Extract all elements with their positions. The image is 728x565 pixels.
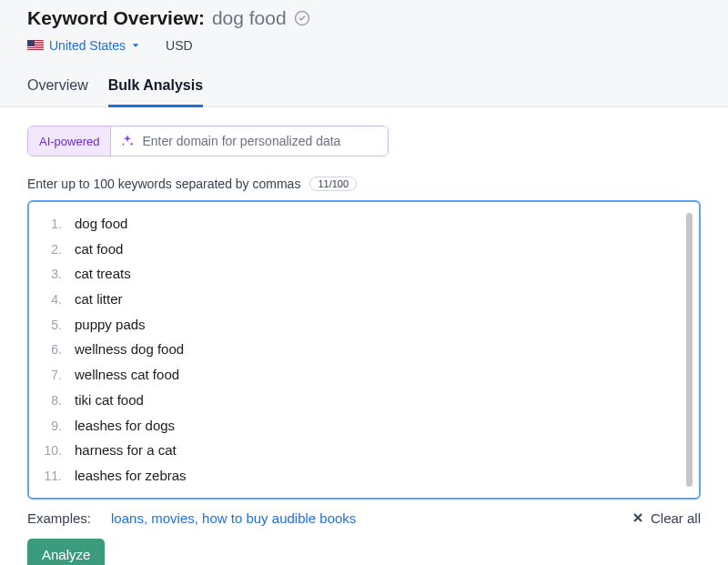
keyword-text: leashes for dogs xyxy=(75,415,175,436)
page-title-label: Keyword Overview: xyxy=(27,7,205,29)
keyword-number: 1. xyxy=(42,215,62,235)
keyword-textarea[interactable]: 1.dog food2.cat food3.cat treats4.cat li… xyxy=(27,200,701,499)
instruction-text: Enter up to 100 keywords separated by co… xyxy=(27,177,300,191)
domain-input[interactable] xyxy=(142,126,379,156)
ai-powered-badge: AI-powered xyxy=(28,126,110,156)
region-selector[interactable]: United States xyxy=(27,38,140,53)
keyword-text: wellness cat food xyxy=(75,364,179,385)
analyze-button[interactable]: Analyze xyxy=(27,539,105,565)
keyword-text: cat litter xyxy=(75,288,123,309)
sparkle-icon xyxy=(120,134,135,148)
examples-label: Examples: xyxy=(27,510,91,526)
keyword-row[interactable]: 11.leashes for zebras xyxy=(42,463,684,489)
keyword-row[interactable]: 2.cat food xyxy=(42,237,684,262)
keyword-row[interactable]: 7.wellness cat food xyxy=(42,362,684,388)
keyword-text: tiki cat food xyxy=(75,389,144,410)
keyword-text: dog food xyxy=(75,213,127,234)
ai-domain-row: AI-powered xyxy=(27,126,389,156)
keyword-row[interactable]: 4.cat litter xyxy=(42,287,684,312)
keyword-text: cat treats xyxy=(75,263,131,284)
tab-bulk-analysis[interactable]: Bulk Analysis xyxy=(108,70,203,107)
keyword-counter: 11/100 xyxy=(309,177,357,191)
keyword-number: 7. xyxy=(42,366,62,386)
keyword-number: 11. xyxy=(42,467,62,487)
keyword-row[interactable]: 6.wellness dog food xyxy=(42,337,684,362)
keyword-text: puppy pads xyxy=(75,314,146,335)
scrollbar-thumb[interactable] xyxy=(686,213,693,487)
keyword-text: cat food xyxy=(75,238,123,259)
keyword-number: 3. xyxy=(42,265,62,285)
tab-overview[interactable]: Overview xyxy=(27,70,88,107)
keyword-row[interactable]: 9.leashes for dogs xyxy=(42,413,684,439)
keyword-number: 6. xyxy=(42,340,62,360)
chevron-down-icon xyxy=(131,41,140,50)
examples-link[interactable]: loans, movies, how to buy audible books xyxy=(111,510,356,526)
flag-us-icon xyxy=(27,40,44,51)
close-icon xyxy=(632,512,643,523)
keyword-number: 5. xyxy=(42,316,62,336)
clear-all-label: Clear all xyxy=(651,510,701,526)
scrollbar[interactable] xyxy=(684,211,693,489)
keyword-text: wellness dog food xyxy=(75,338,184,359)
keyword-number: 10. xyxy=(42,441,62,461)
keyword-number: 9. xyxy=(42,417,62,437)
currency-label: USD xyxy=(166,38,193,53)
keyword-row[interactable]: 10.harness for a cat xyxy=(42,438,684,463)
keyword-row[interactable]: 3.cat treats xyxy=(42,261,684,287)
keyword-text: harness for a cat xyxy=(75,439,177,460)
region-name: United States xyxy=(49,38,126,53)
checkmark-circle-icon xyxy=(294,10,310,26)
keyword-text: leashes for zebras xyxy=(75,465,187,486)
clear-all-button[interactable]: Clear all xyxy=(632,510,701,526)
page-title-query: dog food xyxy=(212,7,287,29)
keyword-number: 8. xyxy=(42,391,62,411)
keyword-row[interactable]: 1.dog food xyxy=(42,211,684,237)
keyword-number: 4. xyxy=(42,290,62,310)
keyword-number: 2. xyxy=(42,240,62,260)
page-title-row: Keyword Overview: dog food xyxy=(27,7,701,29)
keyword-row[interactable]: 8.tiki cat food xyxy=(42,388,684,413)
keyword-row[interactable]: 5.puppy pads xyxy=(42,312,684,338)
tabs: Overview Bulk Analysis xyxy=(27,69,701,106)
